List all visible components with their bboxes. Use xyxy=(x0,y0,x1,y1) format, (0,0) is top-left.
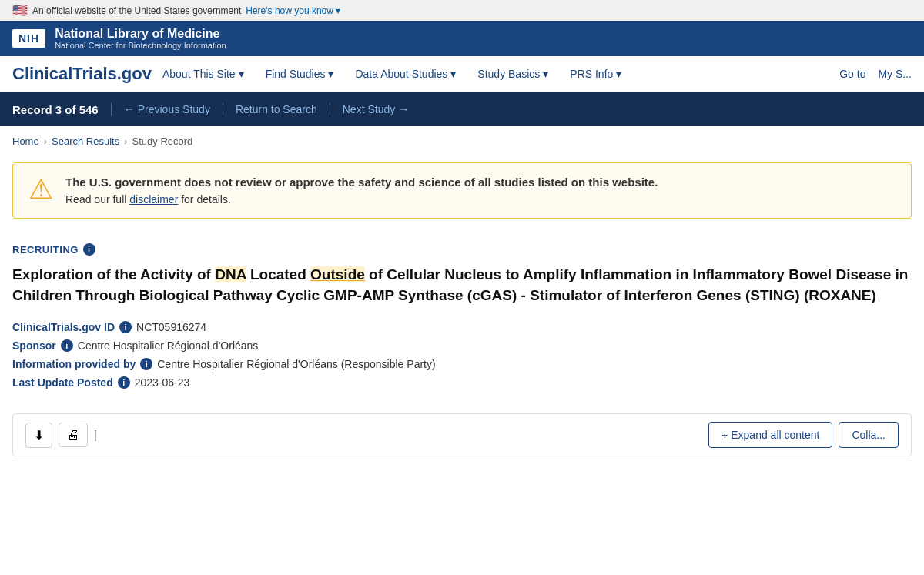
bottom-bar-separator: | xyxy=(94,429,97,441)
info-provided-label: Information provided by xyxy=(12,358,136,370)
sponsor-info-icon[interactable]: i xyxy=(61,339,73,352)
last-update-value: 2023-06-23 xyxy=(135,376,190,389)
collapse-button[interactable]: Colla... xyxy=(839,422,899,448)
record-nav: ← Previous Study Return to Search Next S… xyxy=(112,103,422,115)
ct-id-label: ClinicalTrials.gov ID xyxy=(12,321,115,333)
bottom-bar: ⬇ 🖨 | + Expand all content Colla... xyxy=(12,413,912,456)
next-study-label: Next Study xyxy=(343,103,395,115)
recruiting-info-icon[interactable]: i xyxy=(83,243,95,256)
title-before: Exploration of the Activity of xyxy=(12,266,215,282)
nih-logo: NIH xyxy=(12,29,45,48)
breadcrumb-sep-1: › xyxy=(44,135,47,147)
study-meta-info-provided: Information provided by i Centre Hospita… xyxy=(12,358,912,370)
warning-sub: Read our full disclaimer for details. xyxy=(65,193,658,206)
bottom-icon-group: ⬇ 🖨 | xyxy=(25,423,97,448)
nav-item-about[interactable]: About This Site ▾ xyxy=(152,59,255,89)
study-title: Exploration of the Activity of DNA Locat… xyxy=(12,265,912,306)
previous-study-label: Previous Study xyxy=(138,103,210,115)
title-dna: DNA xyxy=(215,266,246,282)
nav-data-label: Data About Studies xyxy=(355,68,447,80)
previous-study-link[interactable]: ← Previous Study xyxy=(112,103,223,115)
next-arrow-icon: → xyxy=(398,103,409,115)
gov-banner-text: An official website of the United States… xyxy=(32,5,241,16)
warning-box: ⚠ The U.S. government does not review or… xyxy=(12,162,912,219)
nav-item-prs-info[interactable]: PRS Info ▾ xyxy=(559,59,632,89)
return-to-search-label: Return to Search xyxy=(236,103,317,115)
expand-collapse-group: + Expand all content Colla... xyxy=(708,422,899,448)
ct-id-value: NCT05916274 xyxy=(136,321,206,333)
download-icon-button[interactable]: ⬇ xyxy=(25,423,52,448)
last-update-label: Last Update Posted xyxy=(12,376,113,389)
last-update-info-icon[interactable]: i xyxy=(118,376,130,389)
recruiting-badge: RECRUITING i xyxy=(12,243,912,256)
title-outside: Outside xyxy=(310,266,365,282)
sponsor-label: Sponsor xyxy=(12,339,56,352)
study-meta-ctid: ClinicalTrials.gov ID i NCT05916274 xyxy=(12,321,912,333)
nav-prs-label: PRS Info xyxy=(570,68,613,80)
warning-sub-text1: Read our full xyxy=(65,193,129,206)
sponsor-value: Centre Hospitalier Régional d'Orléans xyxy=(78,339,259,352)
my-section-link[interactable]: My S... xyxy=(878,59,912,89)
return-to-search-link[interactable]: Return to Search xyxy=(223,103,330,115)
nih-subtitle: National Center for Biotechnology Inform… xyxy=(55,41,226,50)
expand-all-button[interactable]: + Expand all content xyxy=(708,422,832,448)
go-to-link[interactable]: Go to xyxy=(839,68,865,80)
next-study-link[interactable]: Next Study → xyxy=(330,103,421,115)
breadcrumb-sep-2: › xyxy=(124,135,127,147)
study-section: RECRUITING i Exploration of the Activity… xyxy=(0,231,924,401)
main-nav: About This Site ▾ Find Studies ▾ Data Ab… xyxy=(152,59,632,89)
breadcrumb-home[interactable]: Home xyxy=(12,135,39,147)
warning-sub-text2: for details. xyxy=(181,193,231,206)
nav-about-label: About This Site xyxy=(162,68,236,80)
breadcrumb: Home › Search Results › Study Record xyxy=(0,126,924,156)
site-title[interactable]: ClinicalTrials.gov xyxy=(12,56,152,92)
nih-header: NIH National Library of Medicine Nationa… xyxy=(0,21,924,56)
prev-arrow-icon: ← xyxy=(124,103,135,115)
us-flag-icon: 🇺🇸 xyxy=(12,3,28,18)
nih-text-block: National Library of Medicine National Ce… xyxy=(55,27,226,50)
record-info: Record 3 of 546 xyxy=(12,103,112,116)
study-meta-sponsor: Sponsor i Centre Hospitalier Régional d'… xyxy=(12,339,912,352)
warning-icon: ⚠ xyxy=(28,176,53,203)
info-provided-icon[interactable]: i xyxy=(140,358,152,370)
disclaimer-link[interactable]: disclaimer xyxy=(129,193,178,206)
print-icon-button[interactable]: 🖨 xyxy=(59,423,88,447)
nav-about-arrow: ▾ xyxy=(239,68,244,80)
nav-item-data-studies[interactable]: Data About Studies ▾ xyxy=(344,59,467,89)
nav-prs-arrow: ▾ xyxy=(616,68,621,80)
nav-item-find-studies[interactable]: Find Studies ▾ xyxy=(255,59,345,89)
record-bar: Record 3 of 546 ← Previous Study Return … xyxy=(0,92,924,126)
nav-data-arrow: ▾ xyxy=(450,68,456,80)
gov-banner: 🇺🇸 An official website of the United Sta… xyxy=(0,0,924,21)
warning-text-block: The U.S. government does not review or a… xyxy=(65,176,658,206)
breadcrumb-search-results[interactable]: Search Results xyxy=(52,135,119,147)
nav-basics-label: Study Basics xyxy=(477,68,540,80)
nav-find-label: Find Studies xyxy=(266,68,326,80)
warning-title: The U.S. government does not review or a… xyxy=(65,176,658,189)
nih-title: National Library of Medicine xyxy=(55,27,226,41)
recruiting-label: RECRUITING xyxy=(12,244,79,256)
nav-basics-arrow: ▾ xyxy=(543,68,548,80)
nav-item-study-basics[interactable]: Study Basics ▾ xyxy=(467,59,559,89)
study-meta-last-update: Last Update Posted i 2023-06-23 xyxy=(12,376,912,389)
info-provided-value: Centre Hospitalier Régional d'Orléans (R… xyxy=(157,358,435,370)
nav-find-arrow: ▾ xyxy=(328,68,333,80)
ct-id-info-icon[interactable]: i xyxy=(119,321,132,333)
breadcrumb-current: Study Record xyxy=(132,135,193,147)
main-nav-bar: ClinicalTrials.gov About This Site ▾ Fin… xyxy=(0,56,924,92)
heres-how-you-know-link[interactable]: Here's how you know ▾ xyxy=(246,5,340,16)
title-middle: Located xyxy=(246,266,310,282)
